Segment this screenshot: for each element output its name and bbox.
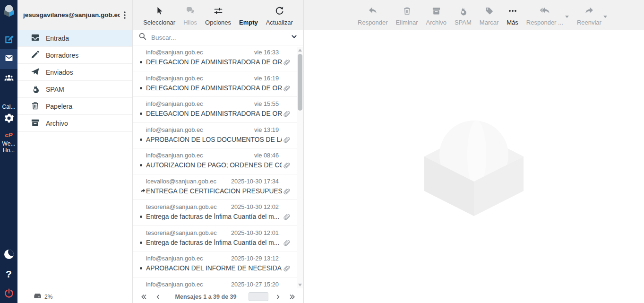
spam-label: SPAM — [455, 19, 472, 26]
contacts-icon — [3, 73, 15, 85]
list-toolbar: Seleccionar Hilos Opciones Empty Actuali… — [133, 0, 303, 30]
folder-item-spam[interactable]: SPAM — [17, 81, 132, 98]
spam-button[interactable]: SPAM — [455, 6, 472, 26]
dark-mode-toggle[interactable] — [0, 250, 17, 259]
delete-button[interactable]: Eliminar — [396, 6, 418, 26]
content-pane: Responder Eliminar Archivo SPAM Marcar M… — [304, 0, 644, 303]
more-icon — [508, 6, 517, 17]
message-row[interactable]: info@sanjuan.gob.ecvie 08:46 AUTORIZACIO… — [133, 148, 303, 174]
gear-icon — [4, 113, 14, 125]
message-list-pane: Seleccionar Hilos Opciones Empty Actuali… — [133, 0, 304, 303]
webmail-app: Cal... cP We... Ho... ? jesusgavilanes@s… — [0, 0, 644, 303]
rail-item-contacts[interactable] — [0, 73, 17, 85]
message-row[interactable]: info@sanjuan.gob.ecvie 16:19 DELEGACION … — [133, 71, 303, 97]
folder-label: Borradores — [46, 52, 78, 59]
rail-item-mail[interactable] — [0, 49, 17, 69]
message-row[interactable]: info@sanjuan.gob.ecvie 13:19 APROBACIÓN … — [133, 123, 303, 149]
list-scrollbar[interactable] — [297, 47, 303, 288]
message-row[interactable]: tesoreria@sanjuan.gob.ec2025-10-30 12:02… — [133, 200, 303, 226]
search-options-chevron-icon[interactable] — [291, 33, 298, 42]
fire-icon — [458, 6, 467, 17]
next-page-button[interactable] — [273, 294, 283, 300]
message-row[interactable]: info@sanjuan.gob.ecvie 15:55 DELEGACION … — [133, 97, 303, 123]
message-date: 2025-10-30 17:34 — [231, 178, 279, 185]
forwarded-icon — [140, 188, 146, 194]
message-row[interactable]: info@sanjuan.gob.ec2025-10-27 15:20 — [133, 277, 303, 290]
reply-button[interactable]: Responder — [358, 6, 388, 26]
threads-button[interactable]: Hilos — [183, 6, 197, 26]
rail-item-cpanel[interactable]: cP — [0, 131, 17, 139]
archive-button[interactable]: Archivo — [426, 6, 447, 26]
unread-dot — [140, 87, 146, 89]
refresh-button[interactable]: Actualizar — [266, 6, 293, 26]
tag-icon — [485, 6, 494, 17]
folder-item-sent[interactable]: Enviados — [17, 64, 132, 81]
last-page-button[interactable] — [287, 294, 298, 300]
message-list: info@sanjuan.gob.ecvie 16:33 DELEGACION … — [133, 45, 303, 290]
folder-label: Entrada — [46, 35, 69, 42]
folder-item-inbox[interactable]: Entrada — [17, 30, 132, 47]
empty-button[interactable]: Empty — [239, 19, 258, 26]
attachment-icon — [282, 84, 291, 92]
compose-icon — [4, 34, 14, 46]
mark-button[interactable]: Marcar — [480, 6, 498, 26]
message-date: vie 15:55 — [254, 100, 279, 107]
logout-button[interactable] — [0, 288, 17, 300]
message-date: vie 08:46 — [254, 152, 279, 159]
compose-button[interactable] — [0, 34, 17, 46]
options-button[interactable]: Opciones — [205, 6, 231, 26]
message-preview-area — [304, 30, 644, 303]
unread-dot — [140, 242, 146, 244]
rail-item-webmail-home[interactable]: We... Ho... — [0, 140, 17, 154]
storage-quota: 2% — [17, 290, 132, 303]
rail-item-settings[interactable] — [0, 113, 17, 125]
search-bar — [133, 30, 303, 45]
search-input[interactable] — [151, 34, 286, 41]
prev-page-button[interactable] — [153, 294, 163, 300]
forward-dropdown-caret-icon[interactable] — [603, 16, 607, 18]
pagination-bar: Mensajes 1 a 39 de 39 — [133, 290, 303, 303]
calendar-label: Cal... — [0, 104, 17, 110]
help-button[interactable]: ? — [0, 268, 17, 280]
unread-dot — [140, 139, 146, 141]
account-header: jesusgavilanes@sanjuan.gob.ec — [17, 0, 132, 30]
app-rail: Cal... cP We... Ho... ? — [0, 0, 17, 303]
mail-icon — [4, 53, 14, 65]
select-button[interactable]: Seleccionar — [143, 6, 175, 26]
reply-label: Responder — [358, 19, 388, 26]
attachment-icon — [282, 58, 291, 66]
message-date: 2025-10-30 12:01 — [231, 229, 279, 236]
folder-item-archive[interactable]: Archivo — [17, 115, 132, 132]
folder-item-drafts[interactable]: Borradores — [17, 47, 132, 64]
refresh-label: Actualizar — [266, 19, 293, 26]
options-label: Opciones — [205, 19, 231, 26]
inbox-icon — [31, 33, 40, 43]
archive-label: Archivo — [426, 19, 447, 26]
sliders-icon — [214, 6, 223, 17]
fire-icon — [31, 84, 40, 95]
message-date: 2025-10-29 13:12 — [231, 255, 279, 262]
scrollbar-thumb[interactable] — [298, 54, 302, 111]
account-menu-button[interactable] — [120, 10, 129, 20]
scrollbar-up-arrow-icon[interactable] — [298, 49, 302, 52]
forward-icon — [584, 6, 594, 17]
first-page-button[interactable] — [138, 294, 149, 300]
trash-icon — [403, 6, 412, 17]
unread-dot — [140, 216, 146, 218]
forward-button[interactable]: Reenviar — [577, 6, 601, 26]
message-sender: info@sanjuan.gob.ec — [146, 152, 254, 159]
message-row[interactable]: info@sanjuan.gob.ec2025-10-29 13:12 APRO… — [133, 251, 303, 277]
folder-item-trash[interactable]: Papelera — [17, 98, 132, 115]
message-row[interactable]: info@sanjuan.gob.ecvie 16:33 DELEGACION … — [133, 45, 303, 71]
pagination-summary: Mensajes 1 a 39 de 39 — [167, 294, 245, 300]
reply-all-dropdown-caret-icon[interactable] — [565, 16, 569, 18]
page-number-input[interactable] — [249, 292, 268, 301]
message-row[interactable]: tesoreria@sanjuan.gob.ec2025-10-30 12:01… — [133, 226, 303, 252]
webmail-home-label-line1: We... — [2, 140, 16, 147]
reply-all-button[interactable]: Responder ... — [526, 6, 563, 26]
message-row[interactable]: lcevallos@sanjuan.gob.ec2025-10-30 17:34… — [133, 174, 303, 200]
rail-item-calendar[interactable]: Cal... — [0, 104, 17, 110]
scrollbar-down-arrow-icon[interactable] — [298, 284, 302, 286]
threads-label: Hilos — [183, 19, 197, 26]
more-button[interactable]: Más — [507, 6, 518, 26]
